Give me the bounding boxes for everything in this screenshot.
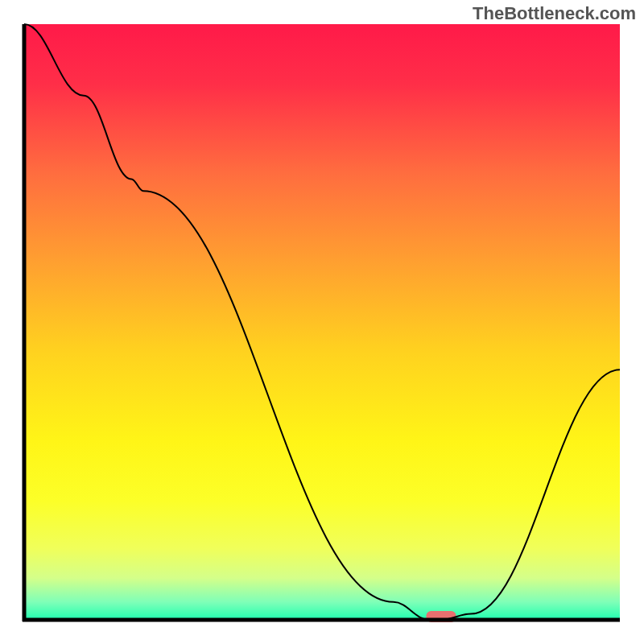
watermark-text: TheBottleneck.com <box>473 3 636 24</box>
chart-svg <box>0 0 644 644</box>
chart-container: TheBottleneck.com <box>0 0 644 644</box>
